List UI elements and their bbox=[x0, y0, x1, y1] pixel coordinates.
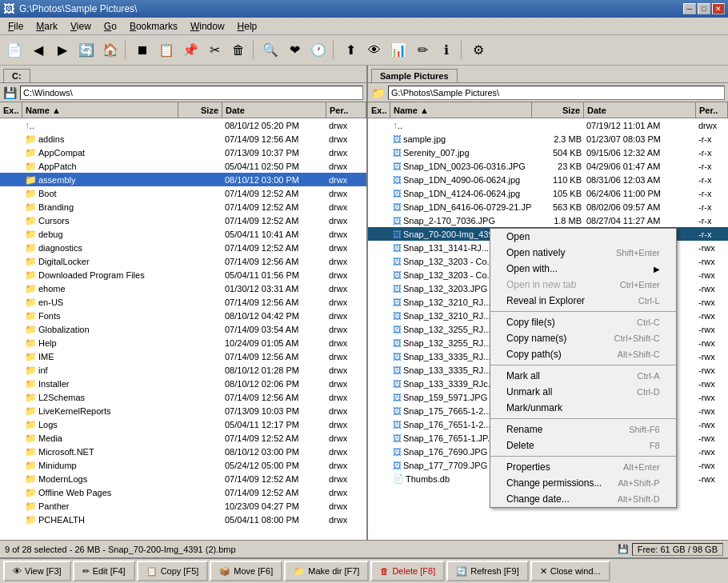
minimize-button[interactable]: ─ bbox=[683, 3, 696, 14]
context-menu-item[interactable]: Copy name(s)Ctrl+Shift-C bbox=[490, 330, 676, 346]
context-menu-item[interactable]: Copy path(s)Alt+Shift-C bbox=[490, 346, 676, 362]
context-menu-item[interactable]: Reveal in ExplorerCtrl-L bbox=[490, 293, 676, 309]
list-item[interactable]: 📁Offline Web Pages 07/14/09 12:52 AM drw… bbox=[0, 485, 366, 499]
view-button[interactable]: 👁 View [F3] bbox=[3, 561, 71, 581]
left-col-date[interactable]: Date bbox=[222, 102, 326, 118]
list-item[interactable]: 🖼Snap_1DN_6416-06-0729-21.JPG 563 KB 08/… bbox=[368, 200, 728, 214]
copy-button[interactable]: 📋 Copy [F5] bbox=[137, 561, 209, 581]
list-item[interactable]: 📁Boot 07/14/09 12:52 AM drwx bbox=[0, 186, 366, 200]
list-item[interactable]: 📁AppPatch 05/04/11 02:50 PM drwx bbox=[0, 159, 366, 173]
context-menu-item[interactable]: Open with... bbox=[490, 261, 676, 277]
left-col-name[interactable]: Name ▲ bbox=[22, 102, 178, 118]
tb-refresh-button[interactable]: 🔄 bbox=[75, 39, 98, 62]
list-item[interactable]: 📁DigitalLocker 07/14/09 12:56 AM drwx bbox=[0, 254, 366, 268]
menu-window[interactable]: Window bbox=[184, 19, 231, 34]
context-menu-item[interactable]: Copy file(s)Ctrl-C bbox=[490, 314, 676, 330]
context-menu-item[interactable]: Open bbox=[490, 229, 676, 245]
tb-search-button[interactable]: 🔍 bbox=[259, 39, 282, 62]
list-item[interactable]: 📁inf 08/10/12 01:28 PM drwx bbox=[0, 363, 366, 377]
menu-file[interactable]: File bbox=[2, 19, 30, 34]
makedir-button[interactable]: 📁 Make dir [F7] bbox=[284, 561, 369, 581]
list-item[interactable]: 📁Globalization 07/14/09 03:54 AM drwx bbox=[0, 322, 366, 336]
tb-fwd-button[interactable]: ▶ bbox=[51, 39, 74, 62]
tb-delete-button[interactable]: 🗑 bbox=[227, 39, 250, 62]
list-item[interactable]: 📁ehome 01/30/12 03:31 AM drwx bbox=[0, 282, 366, 295]
list-item[interactable]: 📁Microsoft.NET 08/10/12 03:00 PM drwx bbox=[0, 445, 366, 458]
context-menu-item[interactable]: DeleteF8 bbox=[490, 437, 676, 453]
menu-mark[interactable]: Mark bbox=[30, 19, 64, 34]
context-menu-item[interactable]: Unmark allCtrl-D bbox=[490, 384, 676, 400]
tb-settings-button[interactable]: ⚙ bbox=[467, 39, 490, 62]
list-item[interactable]: 📁Help 10/24/09 01:05 AM drwx bbox=[0, 336, 366, 349]
context-menu-item[interactable]: Mark allCtrl-A bbox=[490, 368, 676, 384]
menu-help[interactable]: Help bbox=[231, 19, 264, 34]
left-address-input[interactable] bbox=[20, 86, 363, 100]
right-panel-tab[interactable]: Sample Pictures bbox=[371, 69, 458, 82]
context-menu-item[interactable]: RenameShift-F6 bbox=[490, 421, 676, 437]
list-item[interactable]: 📁addins 07/14/09 12:56 AM drwx bbox=[0, 132, 366, 146]
menu-bookmarks[interactable]: Bookmarks bbox=[123, 19, 184, 34]
right-col-date[interactable]: Date bbox=[584, 102, 696, 118]
list-item[interactable]: 📁Cursors 07/14/09 12:52 AM drwx bbox=[0, 214, 366, 227]
list-item[interactable]: 📁en-US 07/14/09 12:56 AM drwx bbox=[0, 295, 366, 309]
delete-button[interactable]: 🗑 Delete [F8] bbox=[370, 561, 445, 581]
list-item[interactable]: 📁assembly 08/10/12 03:00 PM drwx bbox=[0, 173, 366, 186]
tb-back-button[interactable]: ◀ bbox=[27, 39, 50, 62]
context-menu-item[interactable]: Change date...Alt+Shift-D bbox=[490, 491, 676, 507]
context-menu-item[interactable]: Mark/unmark bbox=[490, 400, 676, 416]
list-item[interactable]: 🖼sample.jpg 2.3 MB 01/23/07 08:03 PM -r-… bbox=[368, 132, 728, 146]
tb-cut-button[interactable]: ✂ bbox=[203, 39, 226, 62]
move-button[interactable]: 📦 Move [F6] bbox=[210, 561, 282, 581]
closewind-button[interactable]: ✕ Close wind... bbox=[530, 561, 610, 581]
tb-new-button[interactable]: 📄 bbox=[3, 39, 26, 62]
right-col-size[interactable]: Size bbox=[532, 102, 584, 118]
right-address-input[interactable] bbox=[388, 86, 725, 100]
list-item[interactable]: 📁ModernLogs 07/14/09 12:52 AM drwx bbox=[0, 472, 366, 485]
list-item[interactable]: 🖼Snap_1DN_4090-06-0624.jpg 110 KB 08/31/… bbox=[368, 173, 728, 186]
list-item[interactable]: ↑.. 07/19/12 11:01 AM drwx bbox=[368, 118, 728, 132]
list-item[interactable]: 📁L2Schemas 07/14/09 12:56 AM drwx bbox=[0, 390, 366, 404]
left-panel-tab[interactable]: C: bbox=[3, 69, 30, 82]
list-item[interactable]: 🖼Snap_1DN_0023-06-0316.JPG 23 KB 04/29/0… bbox=[368, 159, 728, 173]
maximize-button[interactable]: □ bbox=[698, 3, 710, 14]
tb-fav-button[interactable]: ❤ bbox=[283, 39, 306, 62]
list-item[interactable]: 📁IME 07/14/09 12:56 AM drwx bbox=[0, 349, 366, 363]
context-menu-item[interactable]: PropertiesAlt+Enter bbox=[490, 459, 676, 475]
left-col-size[interactable]: Size bbox=[178, 102, 222, 118]
list-item[interactable]: 📁AppCompat 07/13/09 10:37 PM drwx bbox=[0, 146, 366, 159]
list-item[interactable]: 📁Media 07/14/09 12:52 AM drwx bbox=[0, 431, 366, 445]
tb-info-button[interactable]: ℹ bbox=[435, 39, 458, 62]
left-col-per[interactable]: Per.. bbox=[326, 102, 366, 118]
tb-up-button[interactable]: ⬆ bbox=[339, 39, 362, 62]
right-col-per[interactable]: Per.. bbox=[696, 102, 728, 118]
list-item[interactable]: 📁Logs 05/04/11 12:17 PM drwx bbox=[0, 417, 366, 431]
list-item[interactable]: ↑.. 08/10/12 05:20 PM drwx bbox=[0, 118, 366, 132]
tb-paste-button[interactable]: 📌 bbox=[179, 39, 202, 62]
list-item[interactable]: 📁LiveKernelReports 07/13/09 10:03 PM drw… bbox=[0, 404, 366, 417]
list-item[interactable]: 🖼Snap_2-170_7036.JPG 1.8 MB 08/27/04 11:… bbox=[368, 214, 728, 227]
list-item[interactable]: 📁Fonts 08/10/12 04:42 PM drwx bbox=[0, 309, 366, 322]
menu-view[interactable]: View bbox=[64, 19, 98, 34]
context-menu-item[interactable]: Open nativelyShift+Enter bbox=[490, 245, 676, 261]
menu-go[interactable]: Go bbox=[98, 19, 123, 34]
tb-props-button[interactable]: 📊 bbox=[387, 39, 410, 62]
edit-button[interactable]: ✏ Edit [F4] bbox=[73, 561, 135, 581]
list-item[interactable]: 📁Minidump 05/24/12 05:00 PM drwx bbox=[0, 458, 366, 472]
tb-stop-button[interactable]: ⏹ bbox=[131, 39, 154, 62]
right-col-name[interactable]: Name ▲ bbox=[390, 102, 532, 118]
list-item[interactable]: 🖼Snap_1DN_4124-06-0624.jpg 105 KB 06/24/… bbox=[368, 186, 728, 200]
tb-copy-button[interactable]: 📋 bbox=[155, 39, 178, 62]
list-item[interactable]: 📁Downloaded Program Files 05/04/11 01:56… bbox=[0, 268, 366, 282]
list-item[interactable]: 📁PCHEALTH 05/04/11 08:00 PM drwx bbox=[0, 513, 366, 526]
list-item[interactable]: 📁debug 05/04/11 10:41 AM drwx bbox=[0, 227, 366, 241]
list-item[interactable]: 📁Installer 08/10/12 02:06 PM drwx bbox=[0, 377, 366, 390]
refresh-button[interactable]: 🔄 Refresh [F9] bbox=[446, 561, 529, 581]
close-button[interactable]: ✕ bbox=[712, 3, 725, 14]
list-item[interactable]: 📁Panther 10/23/09 04:27 PM drwx bbox=[0, 499, 366, 513]
list-item[interactable]: 📁Branding 07/14/09 12:52 AM drwx bbox=[0, 200, 366, 214]
tb-edit-button[interactable]: ✏ bbox=[411, 39, 434, 62]
tb-hist-button[interactable]: 🕐 bbox=[307, 39, 330, 62]
context-menu-item[interactable]: Change permissions...Alt+Shift-P bbox=[490, 475, 676, 491]
tb-view-button[interactable]: 👁 bbox=[363, 39, 386, 62]
tb-home-button[interactable]: 🏠 bbox=[99, 39, 122, 62]
